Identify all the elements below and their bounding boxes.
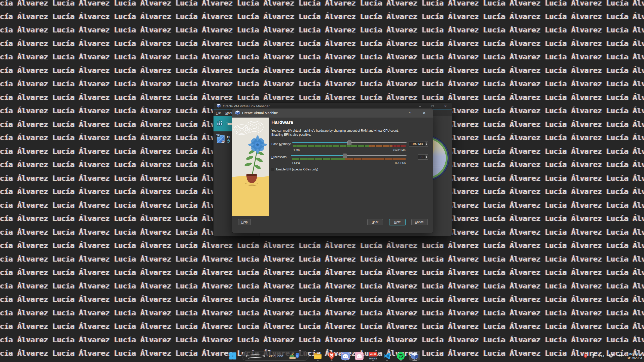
next-button[interactable]: Next [389, 219, 406, 225]
cpu-max-label: 16 CPUs [395, 161, 406, 164]
spin-up-icon[interactable] [426, 142, 427, 143]
wallpaper-row: Lucía Álvarez Lucía Álvarez Lucía Álvare… [0, 239, 644, 252]
base-memory-spinbox[interactable]: 8192 MB [409, 141, 428, 147]
efi-label[interactable]: Enable EFI (special OSes only) [276, 168, 318, 171]
virtualbox-logo-icon [235, 110, 240, 116]
efi-row: Enable EFI (special OSes only) [271, 168, 318, 171]
tray-clock[interactable]: 9:40:01 PM 10/26/2023 [626, 352, 642, 360]
tray-microphone-icon[interactable] [591, 353, 595, 359]
help-button[interactable]: Help [238, 219, 251, 225]
start-button[interactable] [228, 350, 238, 361]
base-memory-label: Base Memory: [271, 142, 291, 146]
base-memory-row: Base Memory: 4 MB 16384 MB 8192 MB [271, 140, 429, 153]
tray-language-indicator[interactable]: ESP [599, 354, 605, 358]
wallpaper-row: Lucía Álvarez Lucía Álvarez Lucía Álvare… [0, 266, 644, 279]
minimize-button[interactable]: – [419, 104, 421, 108]
create-vm-dialog: Create Virtual Machine ? ✕ [232, 108, 433, 233]
close-button[interactable]: ✕ [444, 104, 447, 108]
speaker-icon[interactable] [618, 353, 622, 358]
memory-min-label: 4 MB [293, 148, 300, 151]
cancel-button[interactable]: Cancel [411, 219, 428, 225]
wallpaper-row: Lucía Álvarez Lucía Álvarez Lucía Álvare… [0, 293, 644, 306]
base-memory-spin-buttons[interactable] [425, 141, 428, 146]
vm-name: GL [227, 135, 231, 139]
dialog-content: Hardware You can modify virtual machine'… [271, 118, 429, 216]
search-highlight-graphic [289, 352, 307, 360]
search-label: Búsqueda [267, 354, 286, 358]
base-memory-value[interactable]: 8192 MB [409, 142, 425, 146]
processors-row: Processors: 1 CPU 16 CPUs 8 [271, 154, 429, 166]
spin-down-icon[interactable] [426, 144, 427, 145]
desktop: Lucía Álvarez Lucía Álvarez Lucía Álvare… [0, 0, 644, 362]
wallpaper-row: Lucía Álvarez Lucía Álvarez Lucía Álvare… [0, 64, 644, 78]
wallpaper-row: Lucía Álvarez Lucía Álvarez Lucía Álvare… [0, 320, 644, 333]
processors-value[interactable]: 8 [418, 155, 425, 159]
cpu-min-label: 1 CPU [292, 161, 300, 164]
efi-checkbox[interactable] [271, 168, 274, 171]
processors-label: Processors: [271, 155, 287, 159]
processors-spinbox[interactable]: 8 [418, 154, 428, 160]
page-title: Hardware [271, 120, 293, 125]
search-icon [245, 354, 265, 358]
wallpaper-row: Lucía Álvarez Lucía Álvarez Lucía Álvare… [0, 77, 644, 91]
taskbar-voicemeeter[interactable]: VOICE MEETER [368, 350, 378, 361]
wallpaper-row: Lucía Álvarez Lucía Álvarez Lucía Álvare… [0, 23, 644, 37]
wallpaper-row: Lucía Álvarez Lucía Álvarez Lucía Álvare… [0, 333, 644, 347]
manager-window-title: Oracle VM VirtualBox Manager [223, 104, 419, 108]
back-button[interactable]: Back [367, 219, 383, 225]
virtualbox-logo-icon [217, 103, 221, 109]
taskbar-spotify[interactable] [396, 350, 406, 361]
taskbar-discord-blue[interactable] [341, 350, 350, 361]
network-icon[interactable] [609, 353, 614, 359]
maximize-button[interactable]: □ [432, 104, 434, 108]
search-box[interactable]: Búsqueda [242, 351, 309, 361]
vm-power-state-icon [227, 140, 230, 143]
processors-slider[interactable] [291, 154, 407, 161]
wallpaper-row: Lucía Álvarez Lucía Álvarez Lucía Álvare… [0, 279, 644, 293]
tray-chevron-up-icon[interactable] [577, 354, 580, 358]
vm-win10-badge: 10 [221, 140, 225, 143]
taskbar-virtualbox[interactable] [410, 350, 419, 361]
spin-up-icon[interactable] [426, 156, 427, 157]
page-description: You can modify virtual machine's hardwar… [271, 129, 399, 137]
dialog-close-icon[interactable]: ✕ [420, 108, 428, 118]
vm-os-icon: 64 10 [217, 135, 225, 143]
tray-date: 10/26/2023 [626, 356, 642, 360]
taskbar-vscode[interactable] [382, 350, 392, 361]
vm-64bit-badge: 64 [216, 134, 220, 137]
processors-spin-buttons[interactable] [425, 155, 428, 159]
dialog-title: Create Virtual Machine [242, 111, 278, 115]
memory-max-label: 16384 MB [393, 148, 406, 151]
wizard-illustration [232, 118, 269, 216]
dialog-footer: Help Back Next Cancel [232, 216, 433, 233]
wallpaper-row: Lucía Álvarez Lucía Álvarez Lucía Álvare… [0, 91, 644, 104]
taskbar: Búsqueda [0, 350, 644, 362]
taskbar-brave[interactable] [327, 350, 336, 361]
wallpaper-row: Lucía Álvarez Lucía Álvarez Lucía Álvare… [0, 252, 644, 266]
voicemeeter-icon: VOICE MEETER [369, 352, 377, 360]
taskbar-file-explorer[interactable] [313, 350, 323, 361]
wallpaper-row: Lucía Álvarez Lucía Álvarez Lucía Álvare… [0, 0, 644, 10]
tools-icon [217, 120, 223, 127]
wallpaper-row: Lucía Álvarez Lucía Álvarez Lucía Álvare… [0, 37, 644, 51]
taskbar-discord-pink[interactable] [354, 350, 364, 361]
spin-down-icon[interactable] [426, 157, 427, 158]
wallpaper-row: Lucía Álvarez Lucía Álvarez Lucía Álvare… [0, 306, 644, 320]
dialog-titlebar[interactable]: Create Virtual Machine ? ✕ [232, 108, 433, 118]
tray-time: 9:40:01 PM [626, 352, 642, 356]
base-memory-slider[interactable] [292, 140, 407, 148]
wallpaper-row: Lucía Álvarez Lucía Álvarez Lucía Álvare… [0, 50, 644, 64]
menu-file[interactable]: File [216, 111, 221, 115]
tray-error-badge-icon[interactable] [584, 354, 587, 358]
dialog-help-icon[interactable]: ? [406, 108, 414, 118]
wallpaper-row: Lucía Álvarez Lucía Álvarez Lucía Álvare… [0, 10, 644, 24]
